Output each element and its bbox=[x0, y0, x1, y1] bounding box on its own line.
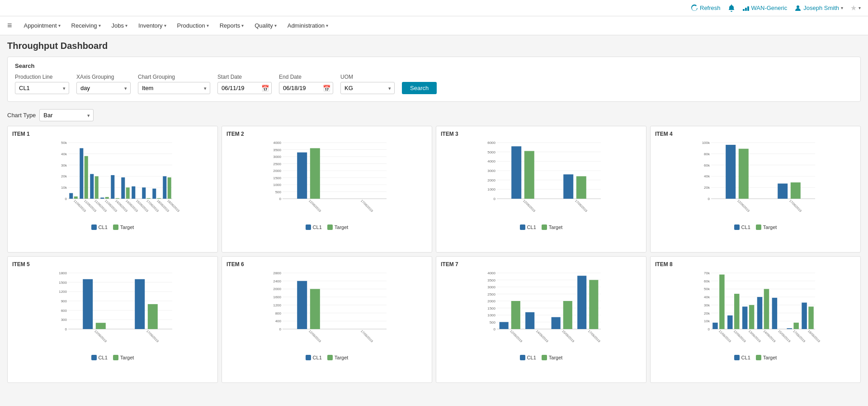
svg-rect-213 bbox=[793, 323, 799, 329]
svg-text:800: 800 bbox=[275, 311, 282, 315]
legend-target-item3: Target bbox=[542, 224, 563, 230]
page-title: Throughput Dashboard bbox=[7, 41, 861, 51]
svg-rect-147 bbox=[297, 281, 307, 329]
nav-item-production[interactable]: Production ▾ bbox=[173, 16, 213, 35]
svg-rect-20 bbox=[80, 148, 83, 199]
nav-item-quality[interactable]: Quality ▾ bbox=[250, 16, 281, 35]
svg-rect-40 bbox=[152, 189, 156, 199]
svg-rect-43 bbox=[163, 176, 166, 199]
svg-rect-33 bbox=[126, 187, 130, 199]
svg-rect-32 bbox=[121, 177, 125, 199]
svg-rect-2 bbox=[747, 6, 749, 11]
chart-type-select[interactable]: Bar Line bbox=[39, 109, 94, 121]
chart-legend-item3: CL1Target bbox=[441, 224, 642, 230]
svg-text:18/06/2019: 18/06/2019 bbox=[807, 330, 821, 343]
svg-rect-103 bbox=[726, 145, 736, 199]
svg-text:0: 0 bbox=[279, 327, 282, 331]
chart-legend-item1: CL1Target bbox=[12, 224, 213, 230]
production-line-group: Production Line CL1 ▾ bbox=[15, 74, 69, 94]
svg-text:10k: 10k bbox=[704, 319, 710, 323]
chart-svg-item6: 04008001200160020002400280012/06/201917/… bbox=[226, 270, 427, 352]
chart-type-label: Chart Type bbox=[7, 112, 36, 119]
nav-item-administration[interactable]: Administration ▾ bbox=[283, 16, 333, 35]
nav-item-reports[interactable]: Reports ▾ bbox=[215, 16, 249, 35]
chart-title-item6: ITEM 6 bbox=[226, 261, 427, 267]
end-date-calendar-icon[interactable]: 📅 bbox=[323, 85, 330, 92]
nav-label-reports: Reports bbox=[220, 22, 241, 29]
nav-item-receiving[interactable]: Receiving ▾ bbox=[67, 16, 105, 35]
svg-text:15/06/2019: 15/06/2019 bbox=[561, 330, 575, 343]
refresh-button[interactable]: Refresh bbox=[691, 5, 721, 12]
svg-point-3 bbox=[797, 5, 799, 8]
chart-card-item6: ITEM 604008001200160020002400280012/06/2… bbox=[222, 256, 432, 383]
star-button[interactable]: ★ ▾ bbox=[850, 4, 861, 12]
svg-rect-87 bbox=[563, 174, 573, 199]
production-line-select[interactable]: CL1 bbox=[15, 82, 69, 94]
search-button[interactable]: Search bbox=[402, 82, 437, 94]
svg-rect-216 bbox=[808, 306, 814, 329]
network-label: WAN-Generic bbox=[751, 5, 788, 11]
svg-text:6000: 6000 bbox=[487, 141, 495, 145]
chart-title-item2: ITEM 2 bbox=[226, 131, 427, 137]
chart-card-item3: ITEM 3010002000300040005000600012/06/201… bbox=[436, 126, 646, 253]
svg-text:4000: 4000 bbox=[273, 141, 281, 145]
charts-grid: ITEM 1010k20k30k40k50k11/06/201911/06/20… bbox=[7, 126, 861, 383]
uom-select[interactable]: KG bbox=[340, 82, 395, 94]
notification-button[interactable] bbox=[728, 5, 735, 12]
svg-text:1600: 1600 bbox=[273, 295, 281, 299]
chart-card-item1: ITEM 1010k20k30k40k50k11/06/201911/06/20… bbox=[7, 126, 218, 253]
nav-chevron-inventory: ▾ bbox=[164, 23, 166, 28]
svg-text:3500: 3500 bbox=[273, 148, 281, 152]
chart-grouping-select[interactable]: Item bbox=[138, 82, 210, 94]
user-button[interactable]: Joseph Smith ▾ bbox=[794, 5, 843, 12]
svg-rect-30 bbox=[116, 198, 119, 199]
nav-item-inventory[interactable]: Inventory ▾ bbox=[134, 16, 170, 35]
svg-text:14/06/2019: 14/06/2019 bbox=[536, 330, 549, 343]
svg-rect-205 bbox=[749, 305, 755, 329]
svg-rect-173 bbox=[525, 312, 534, 329]
start-date-calendar-icon[interactable]: 📅 bbox=[261, 85, 269, 92]
svg-rect-66 bbox=[310, 148, 320, 199]
network-button[interactable]: WAN-Generic bbox=[742, 5, 788, 12]
nav-label-inventory: Inventory bbox=[138, 22, 162, 29]
svg-rect-128 bbox=[148, 304, 158, 329]
svg-text:3000: 3000 bbox=[273, 155, 281, 159]
nav-chevron-receiving: ▾ bbox=[99, 23, 101, 28]
uom-label: UOM bbox=[340, 74, 395, 80]
svg-text:12/06/2019: 12/06/2019 bbox=[523, 199, 536, 213]
svg-text:2000: 2000 bbox=[273, 169, 281, 173]
topbar-right: Refresh WAN-Generic Joseph Smith ▾ ★ bbox=[691, 4, 861, 12]
production-line-wrapper: CL1 ▾ bbox=[15, 82, 69, 94]
svg-rect-38 bbox=[147, 198, 151, 199]
svg-text:300: 300 bbox=[61, 318, 67, 322]
chart-title-item4: ITEM 4 bbox=[655, 131, 856, 137]
chart-svg-item8: 010k20k30k40k50k60k70k11/06/201912/06/20… bbox=[655, 270, 856, 352]
legend-cl1-item1: CL1 bbox=[91, 224, 108, 230]
xaxis-group: XAxis Grouping day ▾ bbox=[76, 74, 131, 94]
chart-type-row: Chart Type Bar Line ▾ bbox=[7, 109, 861, 121]
svg-text:2000: 2000 bbox=[487, 299, 495, 303]
nav-item-jobs[interactable]: Jobs ▾ bbox=[107, 16, 132, 35]
chart-grouping-wrapper: Item ▾ bbox=[138, 82, 210, 94]
start-date-wrapper: 📅 bbox=[217, 82, 272, 94]
nav-item-appointment[interactable]: Appointment ▾ bbox=[19, 16, 65, 35]
svg-rect-198 bbox=[712, 323, 718, 329]
svg-rect-65 bbox=[297, 153, 307, 199]
svg-text:400: 400 bbox=[275, 319, 282, 323]
nav-chevron-reports: ▾ bbox=[241, 23, 244, 28]
legend-target-item1: Target bbox=[113, 224, 134, 230]
end-date-group: End Date 📅 bbox=[279, 74, 333, 94]
topbar: Refresh WAN-Generic Joseph Smith ▾ ★ bbox=[0, 0, 868, 16]
svg-rect-148 bbox=[310, 289, 320, 329]
svg-text:3000: 3000 bbox=[487, 285, 495, 289]
hamburger-menu[interactable]: ≡ bbox=[7, 21, 12, 30]
xaxis-select[interactable]: day bbox=[76, 82, 131, 94]
svg-rect-41 bbox=[157, 198, 161, 199]
refresh-label: Refresh bbox=[700, 5, 721, 11]
legend-target-item5: Target bbox=[113, 355, 134, 360]
legend-cl1-item4: CL1 bbox=[734, 224, 750, 230]
nav-chevron-production: ▾ bbox=[207, 23, 209, 28]
nav-chevron-quality: ▾ bbox=[274, 23, 277, 28]
svg-rect-199 bbox=[719, 275, 725, 329]
svg-text:0: 0 bbox=[708, 197, 710, 201]
